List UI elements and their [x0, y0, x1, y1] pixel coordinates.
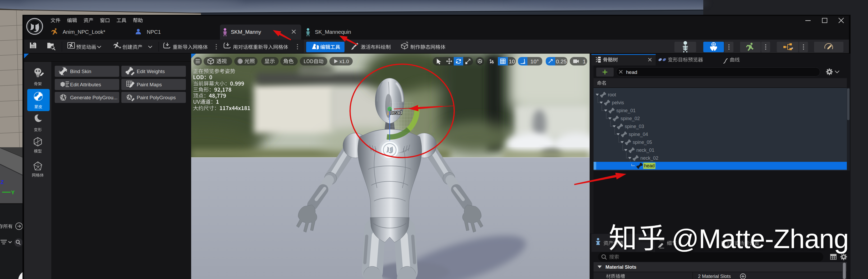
svg-text:Paint PolyGroups: Paint PolyGroups: [137, 95, 176, 100]
svg-text:neck_02: neck_02: [640, 155, 658, 161]
svg-text:spine_02: spine_02: [621, 116, 640, 121]
svg-text:SK_Mannequin: SK_Mannequin: [315, 29, 351, 35]
svg-text:pelvis: pelvis: [612, 100, 624, 105]
svg-text:Generate PolyGrou...: Generate PolyGrou...: [70, 95, 118, 100]
svg-text:2 Material Slots: 2 Material Slots: [698, 274, 731, 279]
svg-text:NPC1: NPC1: [147, 29, 161, 35]
svg-text:head: head: [626, 69, 637, 75]
svg-text:Material Slots: Material Slots: [606, 265, 637, 270]
svg-text:SKM_Manny: SKM_Manny: [231, 29, 261, 35]
svg-text:Bind Skin: Bind Skin: [70, 69, 91, 74]
svg-text:head: head: [390, 109, 402, 115]
svg-text:10: 10: [509, 58, 515, 64]
svg-text:Y: Y: [11, 189, 15, 195]
svg-text:Anim_NPC_Look*: Anim_NPC_Look*: [63, 29, 105, 35]
svg-text:spine_05: spine_05: [633, 140, 652, 145]
svg-text:spine_01: spine_01: [616, 108, 636, 113]
svg-text:Z: Z: [1, 179, 4, 185]
svg-text:Paint Maps: Paint Maps: [137, 82, 162, 88]
svg-text:1: 1: [583, 58, 586, 64]
svg-text:10°: 10°: [530, 58, 539, 64]
svg-text:root: root: [608, 92, 616, 97]
svg-text:head: head: [644, 163, 655, 168]
svg-text:*: *: [791, 46, 793, 52]
svg-text:neck_01: neck_01: [637, 147, 654, 153]
svg-text:@Matte-Zhang: @Matte-Zhang: [672, 224, 849, 254]
svg-text:Edit Weights: Edit Weights: [137, 69, 165, 74]
svg-text:Edit Attributes: Edit Attributes: [70, 82, 101, 88]
svg-text:x1.0: x1.0: [339, 59, 349, 64]
svg-text:0.25: 0.25: [556, 58, 567, 64]
svg-text:spine_03: spine_03: [625, 124, 644, 129]
svg-text:spine_04: spine_04: [629, 132, 648, 137]
